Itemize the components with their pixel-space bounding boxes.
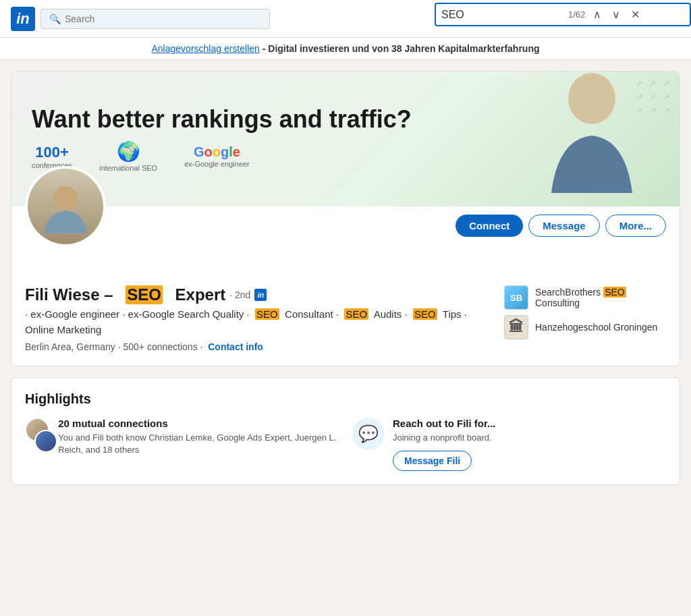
banner-stat-seo: 🌍 international SEO [99, 140, 157, 172]
avatar [25, 166, 106, 247]
mutual-connections-text: 20 mutual connections You and Fili both … [58, 418, 339, 456]
linkedin-badge-icon: in [254, 289, 267, 301]
find-prev-button[interactable]: ∧ [590, 7, 604, 22]
svg-point-1 [53, 186, 78, 211]
highlight-reach-out: 💬 Reach out to Fili for... Joining a non… [352, 418, 666, 471]
profile-card: Want better rankings and traffic? 100+ c… [11, 71, 680, 366]
banner-arrows: ↗↗↗ ↗↗↗ ↗↗↗ [635, 78, 673, 116]
banner-stats: 100+ conferences 🌍 international SEO Goo… [32, 140, 524, 172]
name-prefix: Fili Wiese – [25, 285, 113, 304]
location-text: Berlin Area, Germany · 500+ connections … [25, 341, 202, 352]
highlights-title: Highlights [25, 391, 666, 407]
google-sublabel: ex-Google engineer [184, 160, 250, 168]
chat-icon: 💬 [352, 418, 385, 450]
ad-banner: Anlagevorschlag erstellen - Digital inve… [0, 38, 691, 60]
main-content: Want better rankings and traffic? 100+ c… [0, 60, 691, 496]
search-bar-container[interactable]: 🔍 [40, 9, 270, 29]
profile-info-right: SB SearchBrothers SEOConsulting 🏛 Hanzeh… [504, 285, 666, 352]
banner-text-block: Want better rankings and traffic? 100+ c… [32, 106, 524, 173]
google-logo: Google [194, 144, 240, 160]
search-input[interactable] [65, 13, 261, 24]
find-next-button[interactable]: ∨ [609, 7, 623, 22]
find-input[interactable] [441, 9, 563, 21]
company-item-hanze: 🏛 Hanzehogeschool Groningen [504, 315, 666, 339]
search-icon: 🔍 [49, 13, 61, 24]
highlights-card: Highlights 20 mutual connections You and… [11, 377, 680, 485]
avatar-image [28, 169, 103, 244]
headline-part3: Audits · [374, 308, 408, 320]
searchbrothers-logo: SB [504, 285, 528, 310]
connect-button[interactable]: Connect [455, 215, 523, 237]
intl-seo-label: international SEO [99, 164, 157, 172]
avatar-2 [34, 430, 57, 453]
highlights-grid: 20 mutual connections You and Fili both … [25, 418, 666, 471]
profile-location: Berlin Area, Germany · 500+ connections … [25, 341, 491, 352]
message-fili-button[interactable]: Message Fili [393, 451, 472, 471]
header: in 🔍 1/62 ∧ ∨ ✕ [0, 0, 691, 38]
banner-stat-google: Google ex-Google engineer [184, 144, 250, 168]
ad-link[interactable]: Anlagevorschlag erstellen [152, 43, 260, 54]
mutual-count: 20 mutual connections [58, 418, 168, 429]
headline-seo1: SEO [255, 308, 279, 320]
profile-info-left: Fili Wiese – SEO Expert · 2nd in · ex-Go… [25, 285, 491, 352]
company1-text: SearchBrothers SEOConsulting [535, 287, 626, 308]
degree-badge: · 2nd [229, 289, 250, 300]
ad-text: - Digital investieren und von 38 Jahren … [260, 43, 540, 54]
world-icon: 🌍 [117, 140, 140, 163]
profile-actions: Connect Message More... [25, 206, 666, 245]
headline-part2: Consultant · [285, 308, 339, 320]
linkedin-logo: in [11, 7, 35, 31]
more-button[interactable]: More... [605, 215, 666, 237]
profile-name: Fili Wiese – SEO Expert · 2nd in [25, 285, 491, 304]
hanze-logo: 🏛 [504, 315, 528, 339]
profile-banner: Want better rankings and traffic? 100+ c… [11, 72, 680, 206]
headline-seo3: SEO [413, 308, 437, 320]
stat-num: 100+ [35, 144, 69, 161]
find-close-button[interactable]: ✕ [628, 7, 642, 22]
banner-person-svg [538, 72, 646, 193]
mutual-connection-avatars [25, 418, 50, 455]
profile-info: Fili Wiese – SEO Expert · 2nd in · ex-Go… [25, 285, 666, 352]
find-count: 1/62 [568, 9, 585, 20]
headline-seo2: SEO [344, 308, 368, 320]
headline-part1: · ex-Google engineer · ex-Google Search … [25, 308, 250, 320]
company1-seo: SEO [603, 287, 626, 298]
reach-out-desc: Joining a nonprofit board. [393, 432, 496, 444]
company2-text: Hanzehogeschool Groningen [535, 322, 657, 333]
highlight-mutual-connections: 20 mutual connections You and Fili both … [25, 418, 339, 471]
company-item-searchbrothers: SB SearchBrothers SEOConsulting [504, 285, 666, 310]
svg-point-0 [568, 73, 615, 124]
find-bar: 1/62 ∧ ∨ ✕ [435, 3, 691, 26]
reach-out-title: Reach out to Fili for... [393, 418, 496, 429]
name-suffix: Expert [175, 285, 226, 304]
contact-info-link[interactable]: Contact info [208, 341, 263, 352]
mutual-desc: You and Fili both know Christian Lemke, … [58, 432, 339, 456]
message-button[interactable]: Message [528, 215, 599, 237]
profile-body: Connect Message More... Fili Wiese – SEO… [11, 206, 680, 366]
name-seo-highlight: SEO [126, 285, 163, 304]
banner-title: Want better rankings and traffic? [32, 106, 524, 133]
profile-headline: · ex-Google engineer · ex-Google Search … [25, 307, 491, 337]
reach-out-text: Reach out to Fili for... Joining a nonpr… [393, 418, 496, 471]
